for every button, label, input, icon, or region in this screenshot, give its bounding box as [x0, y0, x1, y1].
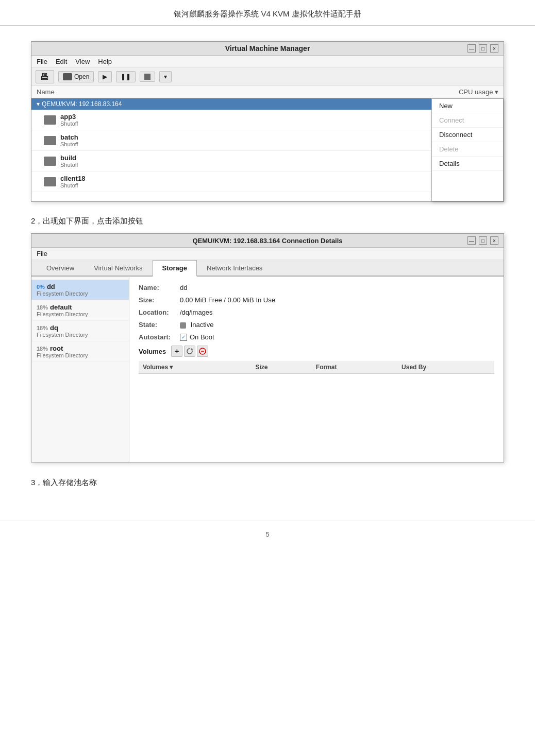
new-vm-icon: 🖶 [40, 72, 49, 81]
run-button[interactable]: ▶ [98, 71, 112, 82]
detail-autostart-row: Autostart: ✓ On Boot [139, 333, 494, 341]
state-label: State: [139, 321, 180, 329]
menu-view[interactable]: View [75, 58, 90, 65]
stop-icon [144, 74, 151, 80]
vm-name: client18 [60, 175, 85, 182]
pool-type-0: Filesystem Directory [37, 290, 124, 297]
volumes-label: Volumes [139, 348, 166, 355]
maximize-button[interactable]: □ [479, 44, 487, 53]
svg-marker-0 [191, 348, 193, 350]
cd-title: QEMU/KVM: 192.168.83.164 Connection Deta… [68, 237, 467, 245]
pool-usage-0: 0% [37, 284, 45, 290]
tab-overview[interactable]: Overview [37, 260, 84, 277]
pause-button[interactable]: ❚❚ [116, 71, 136, 82]
storage-pool-default[interactable]: 18% default Filesystem Directory [31, 300, 129, 321]
dropdown-button[interactable]: ▾ [159, 71, 172, 82]
page-header: 银河麒麟服务器操作系统 V4 KVM 虚拟化软件适配手册 [0, 0, 535, 26]
tab-storage[interactable]: Storage [153, 260, 197, 277]
cd-window-controls: — □ × [467, 236, 498, 245]
context-menu-delete[interactable]: Delete [432, 142, 503, 157]
cd-body: 0% dd Filesystem Directory 18% default F… [31, 277, 504, 462]
vm-item-info: app3 Shutoff [60, 113, 78, 127]
autostart-label: Autostart: [139, 333, 180, 341]
close-button[interactable]: × [490, 44, 498, 53]
context-menu-disconnect[interactable]: Disconnect [432, 128, 503, 142]
vm-item-info: build Shutoff [60, 154, 78, 168]
vmm-col-header: Name CPU usage ▾ [31, 86, 504, 98]
storage-detail: Name: dd Size: 0.00 MiB Free / 0.00 MiB … [129, 277, 504, 462]
vm-icon [44, 157, 56, 166]
new-vm-button[interactable]: 🖶 [36, 70, 54, 83]
vm-item[interactable]: client18 Shutoff [31, 171, 431, 192]
col-used-by[interactable]: Used By [397, 361, 494, 374]
autostart-value: ✓ On Boot [180, 333, 214, 341]
tab-network-interfaces[interactable]: Network Interfaces [197, 260, 272, 277]
vm-item[interactable]: build Shutoff [31, 151, 431, 171]
chevron-down-icon: ▾ [164, 73, 167, 80]
vm-status: Shutoff [60, 121, 78, 127]
cd-tabs: Overview Virtual Networks Storage Networ… [31, 260, 504, 277]
cd-menubar: File [31, 248, 504, 260]
col-volumes[interactable]: Volumes ▾ [139, 361, 251, 374]
vm-status: Shutoff [60, 182, 85, 188]
pool-usage-3: 18% [37, 346, 48, 352]
menu-help[interactable]: Help [98, 58, 112, 65]
vm-group-header[interactable]: ▾ QEMU/KVM: 192.168.83.164 [31, 98, 431, 110]
state-value: Inactive [180, 321, 213, 329]
name-value: dd [180, 284, 187, 291]
delete-volume-button[interactable] [197, 346, 208, 357]
col-format[interactable]: Format [312, 361, 397, 374]
detail-size-row: Size: 0.00 MiB Free / 0.00 MiB In Use [139, 296, 494, 304]
vm-name: build [60, 154, 78, 162]
vmm-window: Virtual Machine Manager — □ × File Edit … [31, 41, 504, 202]
pause-icon: ❚❚ [121, 73, 131, 80]
vm-icon [44, 136, 56, 145]
sort-icon: ▾ [495, 88, 498, 96]
vm-name: batch [60, 133, 78, 141]
autostart-checkbox[interactable]: ✓ [180, 334, 187, 341]
vm-item[interactable]: app3 Shutoff [31, 110, 431, 130]
cd-maximize-button[interactable]: □ [479, 236, 487, 245]
cd-minimize-button[interactable]: — [467, 236, 476, 245]
monitor-icon [63, 73, 72, 80]
minimize-button[interactable]: — [467, 44, 476, 53]
vm-item-info: client18 Shutoff [60, 175, 85, 188]
play-icon: ▶ [103, 73, 107, 80]
context-menu-details[interactable]: Details [432, 157, 503, 171]
cd-window: QEMU/KVM: 192.168.83.164 Connection Deta… [31, 233, 504, 462]
storage-pool-root[interactable]: 18% root Filesystem Directory [31, 341, 129, 362]
open-button[interactable]: Open [58, 71, 94, 82]
vmm-toolbar: 🖶 Open ▶ ❚❚ ▾ [31, 68, 504, 86]
vmm-titlebar: Virtual Machine Manager — □ × [31, 42, 504, 56]
col-name-header: Name [37, 88, 447, 96]
detail-name-row: Name: dd [139, 284, 494, 291]
vmm-window-controls: — □ × [467, 44, 498, 53]
tab-virtual-networks[interactable]: Virtual Networks [84, 260, 152, 277]
vm-item[interactable]: batch Shutoff [31, 130, 431, 151]
refresh-volume-button[interactable] [184, 346, 195, 357]
stop-button[interactable] [140, 72, 155, 82]
refresh-icon [186, 348, 193, 355]
storage-pool-dd[interactable]: 0% dd Filesystem Directory [31, 280, 129, 300]
pool-name-3: root [50, 345, 63, 352]
pool-name-0: dd [47, 283, 55, 290]
size-label: Size: [139, 296, 180, 304]
location-value: /dq/images [180, 308, 213, 316]
name-label: Name: [139, 284, 180, 291]
cd-menu-file[interactable]: File [37, 250, 47, 257]
cd-titlebar: QEMU/KVM: 192.168.83.164 Connection Deta… [31, 234, 504, 248]
delete-icon [199, 348, 206, 355]
vmm-body: ▾ QEMU/KVM: 192.168.83.164 app3 Shutoff … [31, 98, 504, 201]
context-menu: New Connect Disconnect Delete Details [431, 98, 504, 201]
context-menu-connect[interactable]: Connect [432, 113, 503, 128]
add-volume-button[interactable]: + [171, 346, 182, 357]
cd-close-button[interactable]: × [490, 236, 498, 245]
storage-pool-dq[interactable]: 18% dq Filesystem Directory [31, 321, 129, 341]
vm-icon [44, 115, 56, 125]
pool-usage-2: 18% [37, 325, 48, 331]
menu-file[interactable]: File [37, 58, 47, 65]
menu-edit[interactable]: Edit [56, 58, 67, 65]
detail-location-row: Location: /dq/images [139, 308, 494, 316]
context-menu-new[interactable]: New [432, 99, 503, 113]
col-size[interactable]: Size [251, 361, 311, 374]
